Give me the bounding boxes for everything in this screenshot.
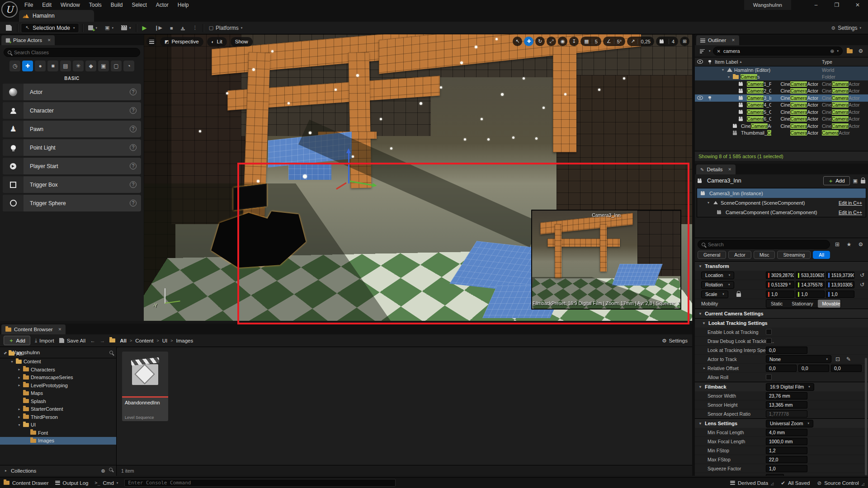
folder-startercontent[interactable]: ▸StarterContent — [0, 405, 116, 413]
location-z-field[interactable]: 1519,373904 — [826, 272, 854, 279]
cine-camera-actor-selected[interactable] — [207, 186, 347, 276]
folder-all[interactable]: ▾All — [0, 350, 116, 358]
edit-in-cpp-link[interactable]: Edit in C++ — [839, 210, 862, 215]
help-icon[interactable]: ? — [130, 163, 137, 169]
breadcrumb-images[interactable]: Images — [176, 338, 193, 343]
folder-splash[interactable]: Splash — [0, 397, 116, 405]
platforms-dropdown[interactable]: ▢Platforms▾ — [207, 23, 245, 33]
details-settings-icon[interactable]: ⚙ — [856, 240, 865, 249]
component-row-scene[interactable]: ▾ SceneComponent (SceneComponent) Edit i… — [697, 198, 866, 207]
category-all-classes-icon[interactable]: ◔ — [123, 61, 134, 71]
category-shapes-icon[interactable]: ■ — [47, 61, 58, 71]
menu-window[interactable]: Window — [56, 0, 85, 10]
outliner-row-cinecameraactor[interactable]: CineCameraActorCineCameraActorCineCamera… — [695, 122, 868, 130]
help-icon[interactable]: ? — [130, 89, 137, 95]
folder-font[interactable]: Font — [0, 429, 116, 437]
diaphragm-blade-count-spinner[interactable]: 7 — [766, 474, 784, 476]
output-log-button[interactable]: Output Log — [55, 480, 89, 486]
folder-thirdperson[interactable]: ▸ThirdPerson — [0, 413, 116, 421]
scale-tool-button[interactable]: ⤢ — [547, 37, 556, 46]
enable-look-at-tracking-checkbox[interactable] — [766, 329, 772, 335]
blueprints-dropdown[interactable]: ▣▾ — [103, 23, 116, 33]
outliner-row-camera4-caveentrance[interactable]: Camera4_CaveEntranceCineCameraActorCineC… — [695, 102, 868, 109]
max-fstop-field[interactable]: 22,0 — [766, 456, 807, 463]
asset-grid[interactable]: AbandonnedInn Level Sequence — [117, 348, 692, 465]
outliner-settings-icon[interactable]: ⚙ — [856, 47, 865, 56]
close-icon[interactable]: ✕ — [47, 38, 51, 42]
save-all-button[interactable]: Save All — [59, 338, 86, 343]
move-tool-button[interactable]: ✚ — [524, 37, 533, 46]
play-button[interactable]: ▶ — [140, 23, 149, 33]
details-tab[interactable]: ✎ Details ✕ — [696, 164, 736, 174]
outliner-row-camera3-inn[interactable]: Camera3_InnCineCameraActorCineCameraActo… — [695, 94, 868, 102]
gizmo-x-axis[interactable] — [336, 182, 347, 189]
expander-icon[interactable]: ▸ — [17, 375, 21, 380]
filter-chip-all[interactable]: All — [813, 251, 830, 259]
filmback-preset-dropdown[interactable]: 16:9 Digital Film▾ — [766, 383, 814, 391]
filter-chip-general[interactable]: General — [698, 251, 726, 259]
mobility-stationary-option[interactable]: Stationary — [787, 300, 817, 308]
menu-file[interactable]: File — [20, 0, 38, 10]
look-at-tracking-interp-speed-field[interactable]: 0,0 — [766, 347, 807, 354]
outliner-search-input[interactable] — [723, 48, 827, 54]
place-actor-item-character[interactable]: Character? — [3, 102, 141, 119]
visibility-column-header[interactable] — [695, 60, 705, 64]
relative-offset-field-y[interactable]: 0,0 — [798, 365, 829, 372]
transform-section-header[interactable]: ▼Transform — [695, 261, 868, 271]
filmback-section-header[interactable]: ▼Filmback 16:9 Digital Film▾ — [695, 382, 868, 391]
gizmo-y-axis[interactable] — [349, 181, 373, 186]
unreal-logo-icon[interactable]: U — [1, 1, 18, 18]
filter-chip-misc[interactable]: Misc — [754, 251, 775, 259]
expander-icon[interactable]: ▸ — [702, 366, 707, 370]
category-recently-placed-icon[interactable]: ◷ — [9, 61, 20, 71]
outliner-tab[interactable]: Outliner ✕ — [696, 35, 739, 45]
transform-gizmo[interactable] — [329, 147, 370, 197]
place-actor-item-actor[interactable]: Actor? — [3, 84, 141, 100]
display-options-icon[interactable]: ⊞ — [833, 240, 842, 249]
help-icon[interactable]: ? — [130, 126, 137, 132]
outliner-row-thumbmail-camera[interactable]: Thumbmail_CameraCameraActorCameraActor — [695, 130, 868, 137]
category-geometry-icon[interactable]: ◆ — [85, 61, 96, 71]
lookat-tracking-header[interactable]: ▼Lookat Tracking Settings — [695, 318, 868, 328]
show-dropdown[interactable]: Show — [231, 37, 253, 47]
cmd-dropdown[interactable]: >_Cmd▾ — [94, 480, 118, 486]
world-local-toggle[interactable]: ◉ — [558, 37, 567, 46]
maximize-viewport-button[interactable]: ⊞ — [680, 37, 689, 46]
category-cinematic-icon[interactable]: ▤ — [60, 61, 71, 71]
stop-button[interactable]: ■ — [168, 23, 175, 33]
item-label-column-header[interactable]: Item Label▴ — [715, 59, 818, 65]
folder-content[interactable]: ▾Content — [0, 358, 116, 366]
content-browser-settings-button[interactable]: ⚙Settings — [662, 338, 688, 344]
scale-snap-control[interactable]: ↗0,25 — [627, 37, 654, 46]
current-camera-settings-header[interactable]: ▼Current Camera Settings — [695, 309, 868, 318]
forward-button[interactable]: → — [100, 338, 105, 343]
expander-icon[interactable]: ▸ — [17, 415, 21, 419]
category-lights-icon[interactable]: ● — [35, 61, 46, 71]
derived-data-button[interactable]: Derived Data◿ — [730, 480, 774, 486]
category-volumes-icon[interactable]: ▣ — [98, 61, 109, 71]
menu-actor[interactable]: Actor — [151, 0, 173, 10]
type-column-header[interactable]: Type — [818, 59, 868, 65]
project-tab[interactable]: HamaInn — [19, 10, 94, 22]
content-browser-tab[interactable]: Content Browser ✕ — [1, 324, 66, 334]
help-icon[interactable]: ? — [130, 181, 137, 188]
add-actor-dropdown[interactable]: ▾ — [86, 23, 99, 33]
level-viewport[interactable]: Camera3_Inn FilmbackPreset: 16:9 Digital… — [144, 34, 692, 321]
perspective-dropdown[interactable]: ◩Perspective — [160, 37, 203, 47]
rotation-snap-control[interactable]: ∠5° — [603, 37, 625, 46]
reset-rotation-button[interactable]: ↺ — [860, 282, 864, 288]
camera-speed-control[interactable]: 4 — [656, 37, 678, 46]
location-dropdown[interactable]: Location▾ — [701, 272, 734, 279]
source-control-button[interactable]: ⊘Source Control◿ — [817, 480, 864, 486]
search-classes-input[interactable] — [14, 50, 136, 55]
add-filter-icon[interactable]: ⊕ — [830, 48, 834, 54]
all-saved-indicator[interactable]: ✔All Saved — [781, 480, 810, 486]
search-collections-icon[interactable] — [109, 468, 113, 471]
menu-help[interactable]: Help — [173, 0, 193, 10]
expander-icon[interactable]: ▾ — [17, 423, 21, 427]
outliner-row-camera1-pathstart[interactable]: Camera1_PathStartCineCameraActorCineCame… — [695, 80, 868, 88]
rotation-dropdown[interactable]: Rotation▾ — [701, 281, 734, 289]
folder-characters[interactable]: ▸Characters — [0, 366, 116, 374]
frame-skip-button[interactable]: ❙▶ — [152, 23, 165, 33]
sensor-width-field[interactable]: 23,76 mm — [766, 392, 807, 399]
